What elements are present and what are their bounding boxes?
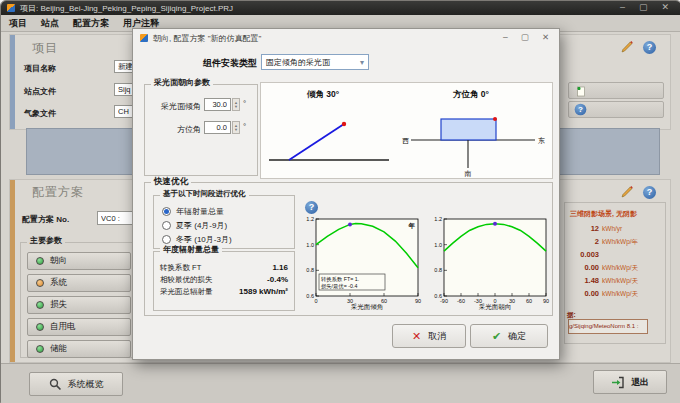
variant-panel-title: 配置方案 bbox=[32, 184, 84, 201]
exit-button[interactable]: 退出 bbox=[593, 370, 667, 394]
yield-row: 转换系数 FT1.16 bbox=[154, 263, 294, 275]
variant-param-button[interactable]: 自用电 bbox=[27, 318, 131, 336]
dialog-close-icon[interactable]: ✕ bbox=[542, 32, 549, 42]
variant-accent-bar bbox=[10, 180, 15, 362]
period-option[interactable]: 夏季 (4月-9月) bbox=[162, 219, 294, 231]
svg-text:90: 90 bbox=[415, 298, 421, 304]
maximize-icon[interactable]: ▢ bbox=[639, 2, 648, 12]
close-icon[interactable]: ✕ bbox=[661, 2, 669, 12]
azimuth-spinner[interactable]: ▲▼ bbox=[232, 121, 240, 134]
dialog-minimize-icon[interactable]: – bbox=[503, 32, 508, 42]
stat-row: 12kWh/yr bbox=[565, 224, 665, 237]
stat-value: 12 bbox=[565, 224, 599, 233]
stats-list: 12kWh/yr2kWh/kWp/年0.0030.00kWh/kWp/天1.48… bbox=[565, 221, 665, 302]
project-edit-pencil-icon[interactable] bbox=[621, 39, 634, 57]
system-overview-button[interactable]: 系统概览 bbox=[29, 372, 123, 396]
period-options: 年辐射量总量夏季 (4月-9月)冬季 (10月-3月) bbox=[154, 196, 294, 245]
svg-text:年: 年 bbox=[408, 222, 416, 229]
orientation-params-group: 采光面朝向参数 采光面倾角 ▲▼ ° 方位角 ▲▼ ° bbox=[144, 84, 258, 176]
window-title: 项目: Beijing_Bei-Jing_Peking_Peping_Sijiq… bbox=[20, 3, 233, 14]
app-logo-icon bbox=[7, 4, 15, 12]
stat-row: 1.48kWh/kWp/天 bbox=[565, 276, 665, 289]
yield-row-label: 转换系数 FT bbox=[160, 263, 201, 273]
stat-unit: kWh/kWp/年 bbox=[602, 238, 638, 247]
radio-icon[interactable] bbox=[162, 235, 171, 244]
project-help-icon[interactable]: ? bbox=[643, 41, 656, 54]
azimuth-input[interactable] bbox=[204, 121, 231, 134]
variant-param-label: 自用电 bbox=[50, 321, 76, 333]
svg-text:0.8: 0.8 bbox=[306, 267, 314, 273]
svg-text:0.6: 0.6 bbox=[306, 293, 314, 299]
summary-panel: 三维阴影场景, 无阴影 12kWh/yr2kWh/kWp/年0.0030.00k… bbox=[564, 202, 666, 344]
yield-row-value: -0.4% bbox=[267, 275, 288, 284]
period-option-label: 年辐射量总量 bbox=[176, 206, 224, 217]
status-led-icon bbox=[36, 301, 44, 309]
yield-row: 采光面总辐射量1589 kWh/m² bbox=[154, 287, 294, 299]
tilt-spinner[interactable]: ▲▼ bbox=[232, 98, 240, 111]
svg-text:转换系数 FT= 1.: 转换系数 FT= 1. bbox=[321, 276, 359, 283]
mount-type-select[interactable]: 固定倾角的采光面 ▾ bbox=[261, 54, 369, 70]
shading-note: 三维阴影场景, 无阴影 bbox=[565, 203, 665, 221]
ok-button[interactable]: ✔ 确定 bbox=[470, 324, 548, 348]
yield-row-value: 1.16 bbox=[272, 263, 288, 272]
orientation-params-title: 采光面朝向参数 bbox=[151, 79, 213, 87]
site-file-label: 站点文件 bbox=[24, 86, 56, 97]
stat-value: 0.00 bbox=[565, 263, 599, 272]
stat-row: 0.00kWh/kWp/天 bbox=[565, 263, 665, 276]
status-led-icon bbox=[36, 279, 44, 287]
dialog-maximize-icon[interactable]: ▢ bbox=[521, 32, 529, 42]
period-option[interactable]: 年辐射量总量 bbox=[162, 205, 294, 217]
period-option-label: 夏季 (4月-9月) bbox=[176, 220, 227, 231]
optimization-period-title: 基于以下时间段进行优化 bbox=[160, 190, 249, 198]
yield-row: 相较最优的损失-0.4% bbox=[154, 275, 294, 287]
variant-param-button[interactable]: 系统 bbox=[27, 274, 131, 292]
menu-item-2[interactable]: 配置方案 bbox=[73, 17, 109, 30]
exit-door-icon bbox=[611, 376, 625, 389]
svg-text:采光面倾角: 采光面倾角 bbox=[351, 303, 384, 310]
variant-param-label: 朝向 bbox=[50, 255, 67, 267]
tilt-tip-dot bbox=[342, 122, 346, 126]
azimuth-degree-unit: ° bbox=[243, 122, 246, 131]
chevron-down-icon: ▾ bbox=[360, 58, 364, 67]
svg-text:损失/最优= -0.4: 损失/最优= -0.4 bbox=[321, 283, 357, 290]
tilt-input[interactable] bbox=[204, 98, 231, 111]
stat-unit: kWh/kWp/天 bbox=[602, 264, 638, 273]
cancel-x-icon: ✕ bbox=[412, 330, 421, 343]
magnifier-icon bbox=[49, 378, 62, 391]
quick-optimization-group: 快速优化 基于以下时间段进行优化 年辐射量总量夏季 (4月-9月)冬季 (10月… bbox=[144, 182, 553, 316]
stat-row: 2kWh/kWp/年 bbox=[565, 237, 665, 250]
stat-unit: kWh/kWp/天 bbox=[602, 290, 638, 299]
stat-row: 0.003 bbox=[565, 250, 665, 263]
panel-top-view bbox=[441, 119, 496, 140]
orientation-diagrams: 倾角 30° 方位角 0° 西 东 南 bbox=[260, 82, 553, 179]
svg-text:1.0: 1.0 bbox=[306, 242, 314, 248]
variant-param-button[interactable]: 损失 bbox=[27, 296, 131, 314]
menu-item-0[interactable]: 项目 bbox=[9, 17, 27, 30]
spinner-down-icon: ▼ bbox=[234, 105, 238, 109]
tilt-plane-line bbox=[289, 124, 344, 160]
system-overview-label: 系统概览 bbox=[68, 378, 104, 391]
variant-param-label: 系统 bbox=[50, 277, 67, 289]
variant-param-button[interactable]: 储能 bbox=[27, 340, 131, 358]
stat-row: 0.00kWh/kWp/天 bbox=[565, 289, 665, 302]
meteo-help-button[interactable]: ? bbox=[568, 101, 664, 118]
new-file-button[interactable] bbox=[568, 82, 664, 99]
variant-param-label: 损失 bbox=[50, 299, 67, 311]
stat-value: 1.48 bbox=[565, 276, 599, 285]
variant-help-icon[interactable]: ? bbox=[643, 186, 656, 199]
variant-param-button[interactable]: 朝向 bbox=[27, 252, 131, 270]
cancel-button[interactable]: ✕ 取消 bbox=[392, 324, 466, 348]
exit-label: 退出 bbox=[631, 376, 649, 389]
orientation-dialog: 朝向, 配置方案 "新的仿真配置" – ▢ ✕ 组件安装类型 固定倾角的采光面 … bbox=[132, 28, 560, 360]
variant-edit-pencil-icon[interactable] bbox=[621, 184, 634, 202]
period-option[interactable]: 冬季 (10月-3月) bbox=[162, 233, 294, 245]
minimize-icon[interactable]: – bbox=[620, 2, 625, 12]
stat-value: 0.003 bbox=[565, 250, 599, 259]
cancel-label: 取消 bbox=[428, 330, 446, 343]
project-panel-title: 项目 bbox=[32, 40, 58, 57]
dialog-logo-icon bbox=[140, 34, 148, 42]
radio-icon[interactable] bbox=[162, 207, 171, 216]
radio-icon[interactable] bbox=[162, 221, 171, 230]
menu-item-1[interactable]: 站点 bbox=[41, 17, 59, 30]
svg-text:1.2: 1.2 bbox=[434, 216, 442, 222]
